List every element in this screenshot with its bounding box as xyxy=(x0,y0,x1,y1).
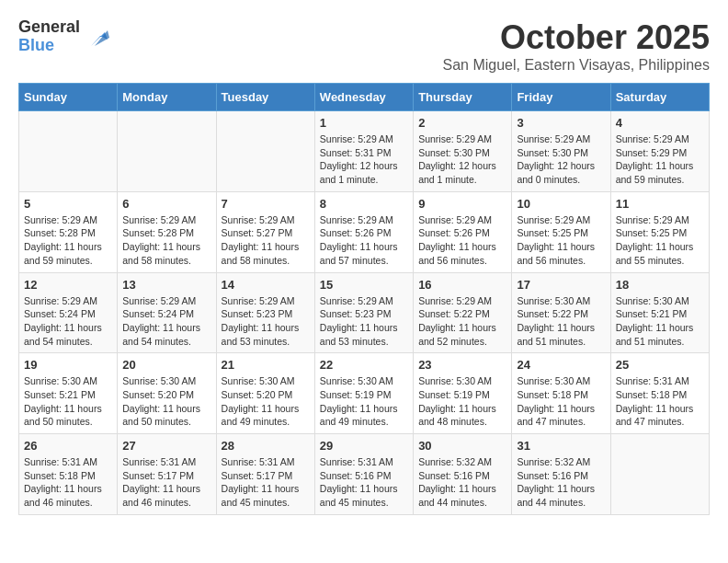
day-info: Sunrise: 5:29 AM Sunset: 5:31 PM Dayligh… xyxy=(320,132,408,187)
day-info: Sunrise: 5:29 AM Sunset: 5:24 PM Dayligh… xyxy=(24,294,112,349)
calendar-cell: 2Sunrise: 5:29 AM Sunset: 5:30 PM Daylig… xyxy=(414,111,512,192)
calendar-cell: 9Sunrise: 5:29 AM Sunset: 5:26 PM Daylig… xyxy=(414,191,512,272)
calendar-week-row: 12Sunrise: 5:29 AM Sunset: 5:24 PM Dayli… xyxy=(19,272,710,353)
calendar-cell: 15Sunrise: 5:29 AM Sunset: 5:23 PM Dayli… xyxy=(314,272,413,353)
day-number: 21 xyxy=(222,358,310,372)
day-info: Sunrise: 5:29 AM Sunset: 5:24 PM Dayligh… xyxy=(122,294,210,349)
calendar-cell: 25Sunrise: 5:31 AM Sunset: 5:18 PM Dayli… xyxy=(610,353,709,434)
day-number: 29 xyxy=(320,439,408,453)
calendar-week-row: 26Sunrise: 5:31 AM Sunset: 5:18 PM Dayli… xyxy=(19,434,710,515)
day-number: 27 xyxy=(122,439,210,453)
calendar-cell: 18Sunrise: 5:30 AM Sunset: 5:21 PM Dayli… xyxy=(610,272,709,353)
calendar-cell xyxy=(19,111,118,192)
calendar-cell: 16Sunrise: 5:29 AM Sunset: 5:22 PM Dayli… xyxy=(414,272,512,353)
calendar-cell: 20Sunrise: 5:30 AM Sunset: 5:20 PM Dayli… xyxy=(118,353,216,434)
day-number: 23 xyxy=(418,358,506,372)
weekday-header: Friday xyxy=(512,84,610,111)
calendar-cell: 4Sunrise: 5:29 AM Sunset: 5:29 PM Daylig… xyxy=(610,111,709,192)
day-number: 28 xyxy=(222,439,310,453)
day-number: 26 xyxy=(24,439,112,453)
calendar-cell: 11Sunrise: 5:29 AM Sunset: 5:25 PM Dayli… xyxy=(610,191,709,272)
day-number: 12 xyxy=(24,278,112,292)
day-info: Sunrise: 5:29 AM Sunset: 5:23 PM Dayligh… xyxy=(222,294,310,349)
calendar-cell: 31Sunrise: 5:32 AM Sunset: 5:16 PM Dayli… xyxy=(512,434,610,515)
weekday-header-row: SundayMondayTuesdayWednesdayThursdayFrid… xyxy=(19,84,710,111)
calendar-cell: 14Sunrise: 5:29 AM Sunset: 5:23 PM Dayli… xyxy=(216,272,314,353)
day-info: Sunrise: 5:29 AM Sunset: 5:22 PM Dayligh… xyxy=(418,294,506,349)
day-info: Sunrise: 5:29 AM Sunset: 5:25 PM Dayligh… xyxy=(517,213,605,268)
calendar-cell: 21Sunrise: 5:30 AM Sunset: 5:20 PM Dayli… xyxy=(216,353,314,434)
calendar-cell: 7Sunrise: 5:29 AM Sunset: 5:27 PM Daylig… xyxy=(216,191,314,272)
day-number: 18 xyxy=(616,278,704,292)
day-info: Sunrise: 5:29 AM Sunset: 5:28 PM Dayligh… xyxy=(24,213,112,268)
day-info: Sunrise: 5:29 AM Sunset: 5:27 PM Dayligh… xyxy=(222,213,310,268)
weekday-header: Tuesday xyxy=(216,84,314,111)
weekday-header: Thursday xyxy=(414,84,512,111)
day-info: Sunrise: 5:30 AM Sunset: 5:18 PM Dayligh… xyxy=(517,374,605,429)
day-info: Sunrise: 5:29 AM Sunset: 5:29 PM Dayligh… xyxy=(616,132,704,187)
day-number: 2 xyxy=(418,116,506,130)
calendar-cell xyxy=(216,111,314,192)
day-number: 5 xyxy=(24,197,112,211)
day-number: 30 xyxy=(418,439,506,453)
day-info: Sunrise: 5:30 AM Sunset: 5:19 PM Dayligh… xyxy=(418,374,506,429)
day-info: Sunrise: 5:29 AM Sunset: 5:30 PM Dayligh… xyxy=(418,132,506,187)
calendar-cell: 6Sunrise: 5:29 AM Sunset: 5:28 PM Daylig… xyxy=(118,191,216,272)
weekday-header: Sunday xyxy=(19,84,118,111)
day-info: Sunrise: 5:31 AM Sunset: 5:17 PM Dayligh… xyxy=(222,455,310,510)
calendar-cell: 13Sunrise: 5:29 AM Sunset: 5:24 PM Dayli… xyxy=(118,272,216,353)
day-number: 31 xyxy=(517,439,605,453)
day-info: Sunrise: 5:32 AM Sunset: 5:16 PM Dayligh… xyxy=(517,455,605,510)
day-info: Sunrise: 5:30 AM Sunset: 5:19 PM Dayligh… xyxy=(320,374,408,429)
calendar-cell: 30Sunrise: 5:32 AM Sunset: 5:16 PM Dayli… xyxy=(414,434,512,515)
calendar-cell: 3Sunrise: 5:29 AM Sunset: 5:30 PM Daylig… xyxy=(512,111,610,192)
day-info: Sunrise: 5:31 AM Sunset: 5:18 PM Dayligh… xyxy=(616,374,704,429)
day-number: 8 xyxy=(320,197,408,211)
day-number: 9 xyxy=(418,197,506,211)
location-title: San Miguel, Eastern Visayas, Philippines xyxy=(442,57,710,74)
day-number: 19 xyxy=(24,358,112,372)
day-info: Sunrise: 5:31 AM Sunset: 5:16 PM Dayligh… xyxy=(320,455,408,510)
day-info: Sunrise: 5:30 AM Sunset: 5:21 PM Dayligh… xyxy=(24,374,112,429)
day-info: Sunrise: 5:30 AM Sunset: 5:21 PM Dayligh… xyxy=(616,294,704,349)
logo-general: General xyxy=(18,18,80,37)
day-number: 20 xyxy=(122,358,210,372)
calendar-week-row: 19Sunrise: 5:30 AM Sunset: 5:21 PM Dayli… xyxy=(19,353,710,434)
day-number: 15 xyxy=(320,278,408,292)
weekday-header: Monday xyxy=(118,84,216,111)
day-info: Sunrise: 5:29 AM Sunset: 5:26 PM Dayligh… xyxy=(320,213,408,268)
day-number: 6 xyxy=(122,197,210,211)
day-info: Sunrise: 5:29 AM Sunset: 5:26 PM Dayligh… xyxy=(418,213,506,268)
day-number: 11 xyxy=(616,197,704,211)
calendar-cell: 17Sunrise: 5:30 AM Sunset: 5:22 PM Dayli… xyxy=(512,272,610,353)
logo-blue: Blue xyxy=(18,37,80,55)
calendar-cell: 8Sunrise: 5:29 AM Sunset: 5:26 PM Daylig… xyxy=(314,191,413,272)
day-number: 25 xyxy=(616,358,704,372)
day-info: Sunrise: 5:30 AM Sunset: 5:22 PM Dayligh… xyxy=(517,294,605,349)
calendar-cell: 19Sunrise: 5:30 AM Sunset: 5:21 PM Dayli… xyxy=(19,353,118,434)
calendar-cell: 29Sunrise: 5:31 AM Sunset: 5:16 PM Dayli… xyxy=(314,434,413,515)
calendar-cell: 5Sunrise: 5:29 AM Sunset: 5:28 PM Daylig… xyxy=(19,191,118,272)
calendar-cell: 12Sunrise: 5:29 AM Sunset: 5:24 PM Dayli… xyxy=(19,272,118,353)
svg-marker-1 xyxy=(95,30,109,46)
logo: General Blue xyxy=(18,18,109,55)
day-info: Sunrise: 5:32 AM Sunset: 5:16 PM Dayligh… xyxy=(418,455,506,510)
calendar-cell: 27Sunrise: 5:31 AM Sunset: 5:17 PM Dayli… xyxy=(118,434,216,515)
calendar-cell: 23Sunrise: 5:30 AM Sunset: 5:19 PM Dayli… xyxy=(414,353,512,434)
day-info: Sunrise: 5:29 AM Sunset: 5:23 PM Dayligh… xyxy=(320,294,408,349)
month-title: October 2025 xyxy=(442,18,710,57)
calendar-cell: 28Sunrise: 5:31 AM Sunset: 5:17 PM Dayli… xyxy=(216,434,314,515)
day-info: Sunrise: 5:29 AM Sunset: 5:28 PM Dayligh… xyxy=(122,213,210,268)
day-info: Sunrise: 5:30 AM Sunset: 5:20 PM Dayligh… xyxy=(222,374,310,429)
calendar-cell: 24Sunrise: 5:30 AM Sunset: 5:18 PM Dayli… xyxy=(512,353,610,434)
day-number: 4 xyxy=(616,116,704,130)
day-info: Sunrise: 5:29 AM Sunset: 5:30 PM Dayligh… xyxy=(517,132,605,187)
calendar-week-row: 5Sunrise: 5:29 AM Sunset: 5:28 PM Daylig… xyxy=(19,191,710,272)
day-number: 24 xyxy=(517,358,605,372)
day-number: 7 xyxy=(222,197,310,211)
day-number: 22 xyxy=(320,358,408,372)
calendar-cell xyxy=(610,434,709,515)
calendar-cell xyxy=(118,111,216,192)
day-number: 10 xyxy=(517,197,605,211)
day-number: 14 xyxy=(222,278,310,292)
